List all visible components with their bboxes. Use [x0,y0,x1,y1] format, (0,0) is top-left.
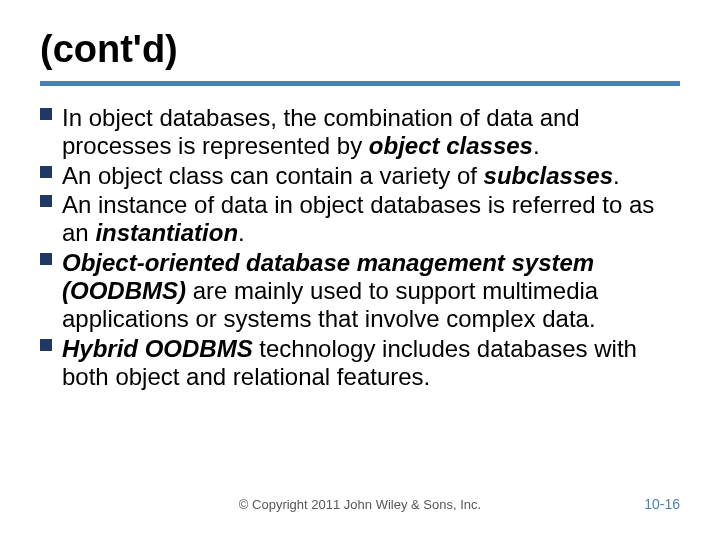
list-item: Hybrid OODBMS technology includes databa… [40,335,680,392]
page-number: 10-16 [644,496,680,512]
bullet-text-post: . [238,219,245,246]
list-item: Object-oriented database management syst… [40,249,680,334]
list-item: In object databases, the combination of … [40,104,680,161]
bullet-text-post: . [533,132,540,159]
slide: (cont'd) In object databases, the combin… [0,0,720,391]
bullet-text-bold: instantiation [95,219,238,246]
bullet-text-bold: subclasses [484,162,613,189]
list-item: An instance of data in object databases … [40,191,680,248]
bullet-square-icon [40,108,52,120]
bullet-list: In object databases, the combination of … [40,104,680,391]
bullet-text-post: . [613,162,620,189]
copyright-footer: © Copyright 2011 John Wiley & Sons, Inc. [0,497,720,512]
bullet-square-icon [40,253,52,265]
bullet-text-bold: Hybrid OODBMS [62,335,253,362]
slide-title: (cont'd) [40,28,680,71]
bullet-text-pre: An object class can contain a variety of [62,162,484,189]
bullet-square-icon [40,166,52,178]
list-item: An object class can contain a variety of… [40,162,680,190]
title-underline [40,81,680,86]
bullet-square-icon [40,195,52,207]
bullet-text-bold: object classes [369,132,533,159]
bullet-square-icon [40,339,52,351]
